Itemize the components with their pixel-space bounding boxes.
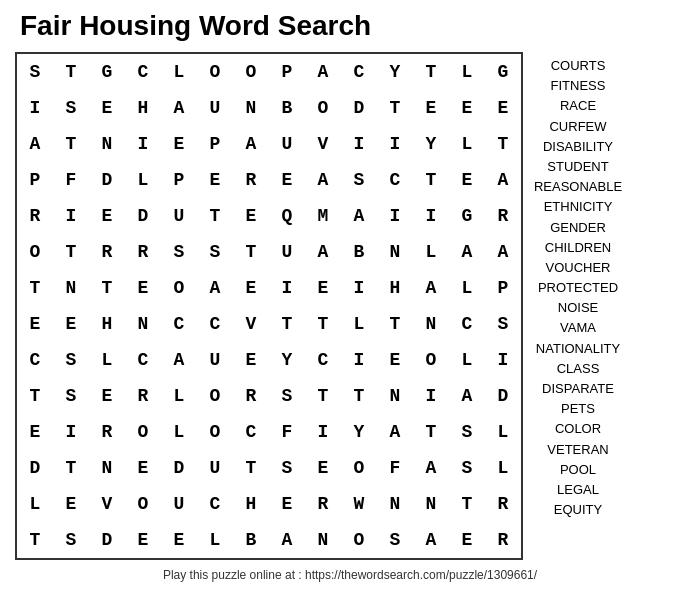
- cell-8-4: A: [161, 342, 197, 378]
- cell-0-6: O: [233, 54, 269, 90]
- word-list-item: COLOR: [555, 420, 601, 438]
- cell-11-2: N: [89, 450, 125, 486]
- cell-11-12: S: [449, 450, 485, 486]
- word-list-item: RACE: [560, 97, 596, 115]
- cell-9-1: S: [53, 378, 89, 414]
- cell-0-7: P: [269, 54, 305, 90]
- cell-5-6: T: [233, 234, 269, 270]
- cell-12-11: N: [413, 486, 449, 522]
- word-list-item: PETS: [561, 400, 595, 418]
- cell-8-0: C: [17, 342, 53, 378]
- word-list-item: FITNESS: [551, 77, 606, 95]
- cell-2-7: U: [269, 126, 305, 162]
- cell-10-2: R: [89, 414, 125, 450]
- cell-13-1: S: [53, 522, 89, 558]
- cell-0-10: Y: [377, 54, 413, 90]
- cell-7-9: L: [341, 306, 377, 342]
- cell-6-2: T: [89, 270, 125, 306]
- cell-6-8: E: [305, 270, 341, 306]
- cell-9-5: O: [197, 378, 233, 414]
- cell-11-8: E: [305, 450, 341, 486]
- cell-0-11: T: [413, 54, 449, 90]
- cell-5-1: T: [53, 234, 89, 270]
- cell-9-6: R: [233, 378, 269, 414]
- cell-0-9: C: [341, 54, 377, 90]
- cell-9-0: T: [17, 378, 53, 414]
- cell-3-11: T: [413, 162, 449, 198]
- cell-9-12: A: [449, 378, 485, 414]
- cell-1-6: N: [233, 90, 269, 126]
- cell-3-13: A: [485, 162, 521, 198]
- cell-9-8: T: [305, 378, 341, 414]
- cell-7-1: E: [53, 306, 89, 342]
- cell-6-5: A: [197, 270, 233, 306]
- cell-8-6: E: [233, 342, 269, 378]
- word-list-item: EQUITY: [554, 501, 602, 519]
- cell-2-2: N: [89, 126, 125, 162]
- cell-4-13: R: [485, 198, 521, 234]
- cell-11-3: E: [125, 450, 161, 486]
- cell-4-0: R: [17, 198, 53, 234]
- cell-9-7: S: [269, 378, 305, 414]
- cell-2-0: A: [17, 126, 53, 162]
- cell-5-11: L: [413, 234, 449, 270]
- cell-13-3: E: [125, 522, 161, 558]
- cell-5-4: S: [161, 234, 197, 270]
- cell-2-10: I: [377, 126, 413, 162]
- cell-6-10: H: [377, 270, 413, 306]
- cell-2-13: T: [485, 126, 521, 162]
- cell-8-13: I: [485, 342, 521, 378]
- cell-13-10: S: [377, 522, 413, 558]
- cell-1-5: U: [197, 90, 233, 126]
- cell-3-3: L: [125, 162, 161, 198]
- cell-4-12: G: [449, 198, 485, 234]
- cell-0-13: G: [485, 54, 521, 90]
- cell-5-7: U: [269, 234, 305, 270]
- cell-13-12: E: [449, 522, 485, 558]
- cell-11-11: A: [413, 450, 449, 486]
- cell-10-9: Y: [341, 414, 377, 450]
- cell-0-5: O: [197, 54, 233, 90]
- cell-7-0: E: [17, 306, 53, 342]
- cell-3-0: P: [17, 162, 53, 198]
- cell-6-7: I: [269, 270, 305, 306]
- cell-9-2: E: [89, 378, 125, 414]
- cell-4-11: I: [413, 198, 449, 234]
- cell-6-13: P: [485, 270, 521, 306]
- cell-12-7: E: [269, 486, 305, 522]
- cell-5-9: B: [341, 234, 377, 270]
- cell-12-1: E: [53, 486, 89, 522]
- word-list-item: VAMA: [560, 319, 596, 337]
- cell-2-6: A: [233, 126, 269, 162]
- cell-6-12: L: [449, 270, 485, 306]
- page-title: Fair Housing Word Search: [15, 10, 371, 42]
- word-list-item: GENDER: [550, 219, 606, 237]
- cell-12-0: L: [17, 486, 53, 522]
- cell-10-4: L: [161, 414, 197, 450]
- cell-9-4: L: [161, 378, 197, 414]
- grid-table: STGCLOOPACYTLGISEHAUNBODTEEEATNIEPAUVIIY…: [17, 54, 521, 558]
- cell-7-4: C: [161, 306, 197, 342]
- cell-4-5: T: [197, 198, 233, 234]
- cell-2-5: P: [197, 126, 233, 162]
- cell-6-4: O: [161, 270, 197, 306]
- cell-11-5: U: [197, 450, 233, 486]
- cell-7-13: S: [485, 306, 521, 342]
- cell-8-8: C: [305, 342, 341, 378]
- cell-3-1: F: [53, 162, 89, 198]
- footer-text: Play this puzzle online at : https://the…: [163, 568, 537, 582]
- word-list-item: CLASS: [557, 360, 600, 378]
- word-list-item: STUDENT: [547, 158, 608, 176]
- cell-1-7: B: [269, 90, 305, 126]
- cell-2-9: I: [341, 126, 377, 162]
- word-list-item: POOL: [560, 461, 596, 479]
- cell-2-4: E: [161, 126, 197, 162]
- cell-0-8: A: [305, 54, 341, 90]
- cell-5-10: N: [377, 234, 413, 270]
- cell-4-8: M: [305, 198, 341, 234]
- cell-0-4: L: [161, 54, 197, 90]
- cell-9-9: T: [341, 378, 377, 414]
- cell-2-8: V: [305, 126, 341, 162]
- cell-8-1: S: [53, 342, 89, 378]
- word-list-item: LEGAL: [557, 481, 599, 499]
